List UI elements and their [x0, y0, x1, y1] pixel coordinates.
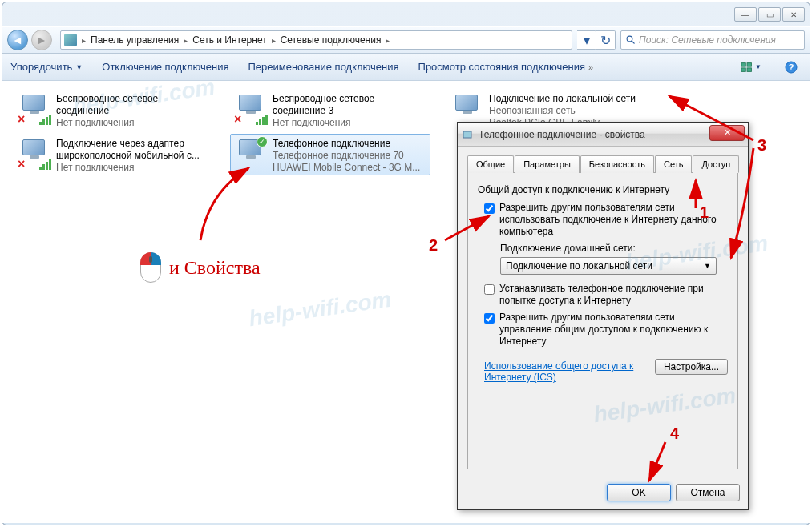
allow-sharing-checkbox[interactable]	[484, 203, 495, 214]
svg-rect-5	[747, 67, 751, 70]
allow-control-checkbox[interactable]	[484, 313, 495, 324]
tab-general[interactable]: Общие	[467, 155, 514, 173]
home-network-combo[interactable]: Подключение по локальной сети ▼	[500, 257, 717, 275]
tab-strip: Общие Параметры Безопасность Сеть Доступ	[467, 155, 738, 173]
tab-sharing[interactable]: Доступ	[693, 155, 739, 173]
chevron-right-icon: ▸	[386, 36, 390, 45]
dial-on-demand-label: Устанавливать телефонное подключение при…	[499, 283, 728, 307]
chevron-right-icon: ▸	[82, 36, 86, 45]
titlebar: — ▭ ✕	[2, 2, 810, 26]
refresh-button[interactable]: ↻	[596, 30, 616, 50]
navigation-bar: ◄ ► ▸ Панель управления ▸ Сеть и Интерне…	[2, 26, 810, 54]
disconnected-icon: ×	[18, 112, 25, 127]
connection-dialup[interactable]: ✓ Телефонное подключение Телефонное подк…	[230, 134, 430, 175]
connection-status: Нет подключения	[56, 117, 210, 127]
connection-title: Беспроводное сетевое соединение	[56, 93, 210, 117]
connection-status: Нет подключения	[56, 162, 210, 171]
view-status-button[interactable]: Просмотр состояния подключения »	[418, 61, 594, 73]
connection-wifi[interactable]: × Беспроводное сетевое соединение 3 Нет …	[230, 89, 430, 131]
disable-connection-button[interactable]: Отключение подключения	[102, 61, 228, 73]
chevron-right-icon: ▸	[272, 36, 276, 45]
maximize-button[interactable]: ▭	[758, 7, 781, 22]
connection-title: Телефонное подключение	[273, 138, 420, 150]
organize-menu[interactable]: Упорядочить ▼	[10, 61, 83, 73]
svg-rect-8	[463, 131, 471, 138]
view-options-button[interactable]: ▼	[741, 58, 762, 76]
search-placeholder: Поиск: Сетевые подключения	[639, 34, 776, 46]
dialog-close-button[interactable]: ✕	[709, 125, 745, 141]
group-title: Общий доступ к подключению к Интернету	[478, 184, 728, 195]
svg-text:?: ?	[789, 62, 794, 72]
connection-title: Подключение по локальной сети	[489, 93, 643, 105]
chevron-right-icon: ▸	[184, 36, 188, 45]
ics-help-link[interactable]: Использование общего доступа к Интернету…	[484, 360, 644, 383]
chevron-down-icon: ▼	[704, 262, 711, 270]
breadcrumb-item[interactable]: Панель управления	[87, 34, 182, 46]
search-input[interactable]: Поиск: Сетевые подключения	[620, 30, 805, 50]
connection-wwan[interactable]: × Подключение через адаптер широкополосн…	[14, 134, 214, 175]
breadcrumb-item[interactable]: Сетевые подключения	[277, 34, 385, 46]
close-button[interactable]: ✕	[782, 7, 805, 22]
search-icon	[626, 35, 636, 45]
control-panel-icon	[64, 34, 77, 46]
svg-rect-3	[741, 67, 745, 70]
dropdown-button[interactable]: ▾	[577, 30, 596, 50]
ok-button[interactable]: OK	[607, 484, 671, 501]
command-bar: Упорядочить ▼ Отключение подключения Пер…	[2, 54, 810, 81]
connection-wifi[interactable]: × Беспроводное сетевое соединение Нет по…	[14, 89, 214, 131]
connection-adapter: HUAWEI Mobile Connect - 3G M...	[273, 162, 420, 171]
cancel-button[interactable]: Отмена	[676, 484, 740, 501]
disconnected-icon: ×	[18, 157, 25, 171]
dialog-titlebar[interactable]: Телефонное подключение - свойства ✕	[458, 123, 748, 147]
dial-on-demand-checkbox[interactable]	[484, 284, 495, 295]
connected-icon: ✓	[257, 136, 268, 147]
chevron-down-icon: ▼	[75, 63, 83, 71]
tab-panel: Общий доступ к подключению к Интернету Р…	[467, 173, 738, 469]
home-network-label: Подключение домашней сети:	[500, 243, 728, 254]
tab-security[interactable]: Безопасность	[580, 155, 654, 173]
forward-button[interactable]: ►	[31, 30, 52, 50]
allow-control-label: Разрешить другим пользователям сети упра…	[499, 312, 728, 348]
svg-line-1	[632, 42, 635, 44]
connection-status: Нет подключения	[273, 117, 426, 127]
help-button[interactable]: ?	[781, 58, 802, 76]
connection-status: Неопознанная сеть	[489, 105, 643, 117]
svg-rect-4	[747, 62, 751, 66]
dialog-icon	[461, 128, 474, 141]
back-button[interactable]: ◄	[7, 30, 28, 50]
settings-button[interactable]: Настройка...	[655, 359, 728, 375]
connection-title: Беспроводное сетевое соединение 3	[273, 93, 426, 117]
connection-title: Подключение через адаптер широкополосной…	[56, 138, 210, 162]
combo-value: Подключение по локальной сети	[506, 260, 652, 272]
tab-params[interactable]: Параметры	[515, 155, 580, 173]
dialog-title: Телефонное подключение - свойства	[479, 129, 709, 140]
disconnected-icon: ×	[234, 112, 241, 127]
connection-status: Телефонное подключение 70	[273, 150, 420, 162]
breadcrumb-item[interactable]: Сеть и Интернет	[189, 34, 269, 46]
svg-point-0	[627, 36, 632, 42]
allow-sharing-label: Разрешить другим пользователям сети испо…	[499, 202, 728, 238]
breadcrumb[interactable]: ▸ Панель управления ▸ Сеть и Интернет ▸ …	[60, 30, 572, 50]
properties-dialog: Телефонное подключение - свойства ✕ Общи…	[457, 122, 749, 510]
tab-network[interactable]: Сеть	[655, 155, 692, 173]
rename-connection-button[interactable]: Переименование подключения	[248, 61, 398, 73]
svg-rect-2	[741, 62, 745, 66]
minimize-button[interactable]: —	[734, 7, 757, 22]
